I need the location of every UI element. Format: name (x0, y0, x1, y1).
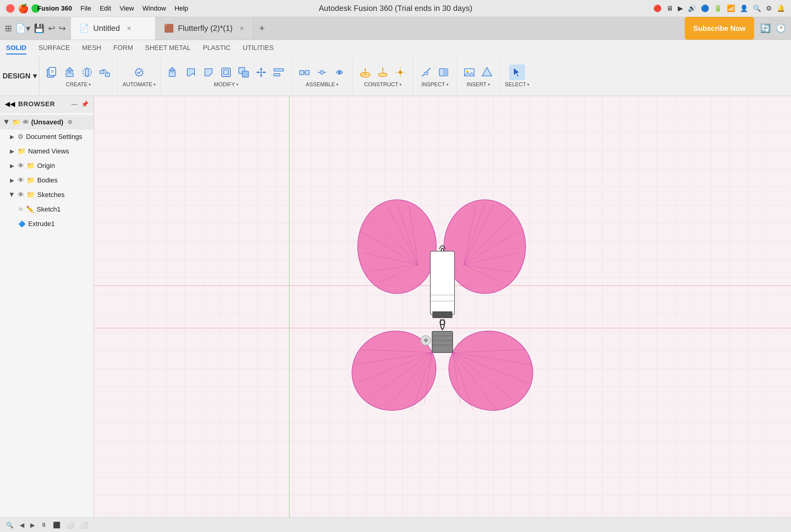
automate-icon[interactable] (131, 64, 147, 80)
mode-tab-utilities[interactable]: UTILITIES (243, 42, 274, 55)
insert-mesh-icon[interactable] (479, 64, 495, 80)
grid-icon[interactable]: ⊞ (5, 23, 12, 33)
named-views-label: Named Views (28, 147, 69, 155)
move-icon[interactable] (253, 64, 269, 80)
construct-plane-icon[interactable] (358, 64, 373, 80)
menu-edit[interactable]: Edit (100, 4, 111, 13)
status-pause-icon[interactable]: ⏸ (41, 521, 47, 528)
bluetooth-icon: 🔵 (701, 4, 709, 13)
combine-icon[interactable] (236, 64, 251, 80)
save-icon[interactable]: 💾 (34, 23, 44, 33)
svg-marker-5 (66, 68, 73, 71)
sidebar-minimize-icon[interactable]: — (72, 101, 77, 108)
svg-marker-21 (260, 75, 262, 77)
window-title: Autodesk Fusion 360 (Trial ends in 30 da… (319, 4, 472, 13)
align-icon[interactable] (271, 64, 287, 80)
svg-marker-20 (260, 68, 262, 70)
sidebar-collapse-icon[interactable]: ◀◀ (5, 100, 15, 108)
close-button[interactable] (6, 4, 15, 13)
measure-icon[interactable] (418, 64, 434, 80)
undo-icon[interactable]: ↩ (48, 23, 55, 33)
extrude-icon[interactable] (62, 64, 77, 80)
svg-point-91 (438, 319, 544, 419)
select-icons (509, 64, 525, 80)
sidebar-item-root[interactable]: ▶ 📁 👁 (Unsaved) ⚙ (0, 115, 94, 130)
sidebar-item-sketch1[interactable]: 👁 ✏️ Sketch1 (0, 202, 94, 217)
status-next-icon[interactable]: ▶ (30, 521, 35, 529)
sidebar-item-sketches[interactable]: ▶ 👁 📁 Sketches (0, 188, 94, 202)
assemble-icon[interactable] (296, 64, 312, 80)
mode-tab-mesh[interactable]: MESH (82, 42, 101, 55)
toolbar-icons-row: DESIGN ▾ (0, 56, 791, 96)
wifi-icon: 📶 (727, 4, 735, 13)
menu-help[interactable]: Help (175, 4, 188, 13)
menu-file[interactable]: File (80, 4, 91, 13)
revolve-icon[interactable] (79, 64, 95, 80)
svg-point-11 (136, 69, 143, 76)
insert-image-icon[interactable] (461, 64, 477, 80)
automate-label: AUTOMATE ▾ (122, 81, 156, 88)
design-button[interactable]: DESIGN ▾ (2, 72, 36, 80)
sphere-icon[interactable] (97, 64, 113, 80)
sidebar-item-named-views[interactable]: ▶ 📁 Named Views (0, 144, 94, 158)
menu-view[interactable]: View (119, 4, 134, 13)
menu-window[interactable]: Window (142, 4, 166, 13)
sidebar-item-extrude1[interactable]: 🔷 Extrude1 (0, 217, 94, 231)
control-center-icon[interactable]: ⚙ (766, 4, 772, 13)
canvas-area[interactable]: ✥ (94, 96, 791, 517)
add-tab-button[interactable]: + (253, 17, 271, 40)
redo-icon[interactable]: ↪ (59, 23, 66, 33)
sidebar-pin-icon[interactable]: 📌 (81, 100, 89, 108)
select-cursor-icon[interactable] (509, 64, 525, 80)
tab-flutterfly[interactable]: 🟫 Flutterfly (2)*(1) ✕ (156, 17, 253, 40)
status-box2-icon[interactable]: ⬜ (66, 521, 74, 529)
assemble-label: ASSEMBLE ▾ (306, 81, 338, 88)
root-eye-icon[interactable]: 👁 (23, 119, 29, 126)
shell-icon[interactable] (218, 64, 234, 80)
tab-flutterfly-label: Flutterfly (2)*(1) (178, 24, 233, 33)
svg-rect-10 (105, 73, 110, 77)
svg-rect-26 (300, 71, 304, 75)
search-icon[interactable]: 🔍 (753, 4, 761, 13)
svg-text:✥: ✥ (424, 337, 428, 343)
battery-icon: 🔋 (714, 4, 722, 13)
mode-tab-form[interactable]: FORM (114, 42, 133, 55)
mode-tab-plastic[interactable]: PLASTIC (203, 42, 231, 55)
subscribe-button[interactable]: Subscribe Now (685, 17, 754, 40)
joint-icon[interactable] (314, 64, 330, 80)
refresh-icon[interactable]: 🔄 (760, 23, 771, 33)
motion-link-icon[interactable] (332, 64, 347, 80)
fillet-icon[interactable] (183, 64, 199, 80)
section-analysis-icon[interactable] (436, 64, 451, 80)
full-toolbar: SOLID SURFACE MESH FORM SHEET METAL PLAS… (0, 40, 791, 96)
mode-tab-surface[interactable]: SURFACE (38, 42, 70, 55)
sidebar-item-bodies[interactable]: ▶ 👁 📁 Bodies (0, 173, 94, 188)
construct-axis-icon[interactable] (375, 64, 391, 80)
new-tab-icon[interactable]: 📄▾ (15, 23, 30, 33)
sketch1-eye-icon: 👁 (18, 206, 24, 213)
tab-flutterfly-close[interactable]: ✕ (239, 25, 245, 32)
main-area: ◀◀ BROWSER — 📌 ▶ 📁 👁 (Unsaved) ⚙ ▶ ⚙ Doc… (0, 96, 791, 517)
volume-icon: 🔊 (688, 4, 696, 13)
named-views-arrow: ▶ (9, 148, 15, 155)
mode-tab-solid[interactable]: SOLID (6, 42, 26, 55)
status-prev-icon[interactable]: ◀ (20, 521, 24, 529)
clock-icon[interactable]: 🕐 (776, 23, 786, 33)
sidebar-item-origin[interactable]: ▶ 👁 📁 Origin (0, 158, 94, 173)
sidebar-item-doc-settings[interactable]: ▶ ⚙ Document Settings (0, 130, 94, 144)
status-box1-icon[interactable]: ⬛ (53, 521, 60, 529)
construct-point-icon[interactable] (392, 64, 408, 80)
svg-rect-1 (49, 68, 56, 75)
tab-untitled-close[interactable]: ✕ (127, 25, 132, 32)
notif-icon[interactable]: 🔔 (777, 4, 785, 13)
status-zoom-icon[interactable]: 🔍 (6, 521, 14, 529)
tab-untitled[interactable]: 📄 Untitled ✕ (71, 17, 156, 40)
svg-rect-77 (433, 312, 452, 318)
doc-settings-label: Document Settings (26, 133, 82, 141)
status-box3-icon[interactable]: ⬜ (80, 521, 88, 529)
chamfer-icon[interactable] (200, 64, 216, 80)
new-component-icon[interactable] (44, 64, 60, 80)
mode-tab-sheetmetal[interactable]: SHEET METAL (145, 42, 191, 55)
push-pull-icon[interactable] (166, 64, 181, 80)
root-settings-icon[interactable]: ⚙ (67, 119, 72, 126)
